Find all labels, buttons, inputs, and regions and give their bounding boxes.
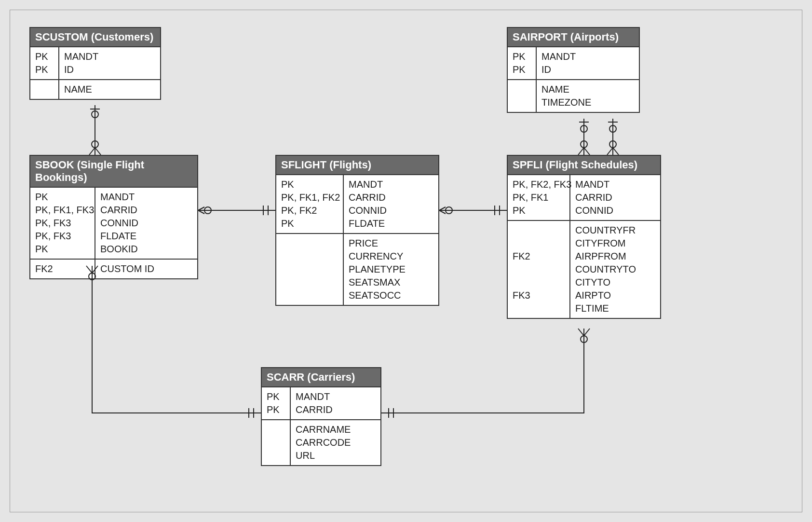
er-diagram-canvas: SCUSTOM (Customers) PK PK MANDT ID NAME … [10,10,802,512]
entity-spfli-keys-0: PK, FK2, FK3 PK, FK1 PK [508,175,570,220]
entity-sflight-keys-1 [276,234,344,305]
entity-sairport-keys-1 [508,80,537,112]
entity-sflight-title: SFLIGHT (Flights) [276,156,438,175]
svg-point-1 [92,111,98,118]
entity-sairport: SAIRPORT (Airports) PK PK MANDT ID NAME … [507,27,640,113]
svg-line-26 [578,148,584,155]
entity-scustom-keys-1 [30,80,59,99]
entity-sairport-fields-0: MANDT ID [537,47,639,79]
svg-point-29 [609,141,616,148]
svg-line-30 [607,148,613,155]
entity-scustom-fields-0: MANDT ID [59,47,160,79]
svg-line-4 [89,148,95,155]
entity-sbook: SBOOK (Single Flight Bookings) PK PK, FK… [29,155,198,279]
svg-line-15 [439,207,446,210]
entity-scustom: SCUSTOM (Customers) PK PK MANDT ID NAME [29,27,161,100]
svg-point-14 [446,207,452,214]
svg-point-24 [609,125,616,132]
svg-point-3 [92,141,98,148]
entity-spfli-fields-1: COUNTRYFR CITYFROM AIRPFROM COUNTRYTO CI… [570,221,660,318]
entity-scarr-keys-0: PK PK [262,387,291,419]
entity-sbook-title: SBOOK (Single Flight Bookings) [30,156,197,188]
svg-line-31 [613,148,619,155]
svg-line-42 [578,329,584,336]
entity-scarr-fields-1: CARRNAME CARRCODE URL [291,420,380,465]
entity-scustom-title: SCUSTOM (Customers) [30,28,160,47]
entity-sflight-fields-1: PRICE CURRENCY PLANETYPE SEATSMAX SEATSO… [344,234,438,305]
entity-sairport-title: SAIRPORT (Airports) [508,28,639,47]
entity-sbook-fields-0: MANDT CARRID CONNID FLDATE BOOKID [95,188,197,259]
entity-scustom-keys-0: PK PK [30,47,59,79]
svg-point-25 [581,141,587,148]
svg-line-9 [198,207,204,210]
entity-sbook-keys-1: FK2 [30,260,95,278]
entity-spfli-keys-1: FK2 FK3 [508,221,570,318]
entity-scustom-fields-1: NAME [59,80,160,99]
svg-line-16 [439,210,446,214]
entity-sairport-fields-1: NAME TIMEZONE [537,80,639,112]
svg-point-22 [581,125,587,132]
entity-scarr-fields-0: MANDT CARRID [291,387,380,419]
entity-sairport-keys-0: PK PK [508,47,537,79]
svg-point-41 [581,336,587,343]
entity-sflight-fields-0: MANDT CARRID CONNID FLDATE [344,175,438,233]
svg-line-27 [584,148,590,155]
svg-line-10 [198,210,204,214]
entity-sbook-keys-0: PK PK, FK1, FK3 PK, FK3 PK, FK3 PK [30,188,95,259]
svg-line-43 [584,329,590,336]
entity-spfli-title: SPFLI (Flight Schedules) [508,156,660,175]
svg-point-8 [204,207,211,214]
entity-sflight-keys-0: PK PK, FK1, FK2 PK, FK2 PK [276,175,344,233]
entity-spfli-fields-0: MANDT CARRID CONNID [570,175,660,220]
entity-scarr-title: SCARR (Carriers) [262,368,380,387]
entity-sbook-fields-1: CUSTOM ID [95,260,197,278]
entity-scarr-keys-1 [262,420,291,465]
entity-scarr: SCARR (Carriers) PK PK MANDT CARRID CARR… [261,367,381,466]
svg-line-5 [95,148,101,155]
entity-spfli: SPFLI (Flight Schedules) PK, FK2, FK3 PK… [507,155,661,319]
entity-sflight: SFLIGHT (Flights) PK PK, FK1, FK2 PK, FK… [275,155,439,306]
